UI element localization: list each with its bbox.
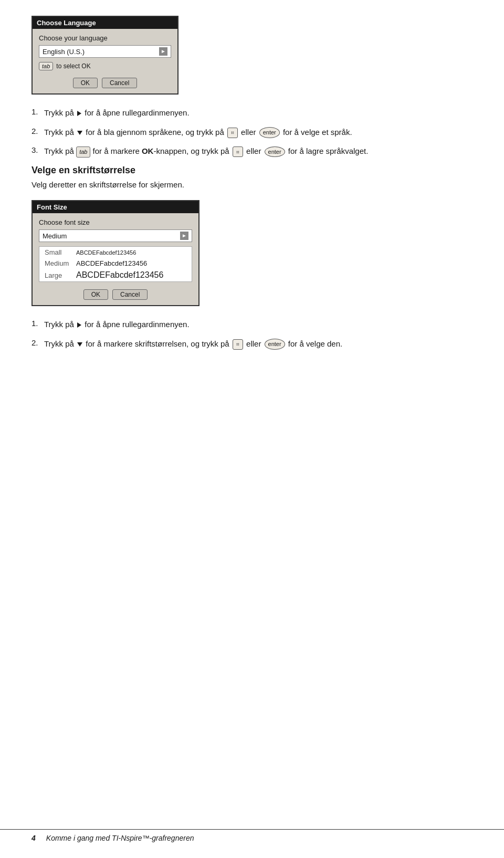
choose-language-dialog-wrapper: Choose Language Choose your language Eng…: [32, 16, 472, 95]
step-number: 1.: [32, 107, 42, 116]
language-step-1: 1. Trykk på for å åpne rullegardinmenyen…: [32, 107, 472, 119]
language-step-3: 3. Trykk på tab for å markere OK-knappen…: [32, 145, 472, 158]
language-step-2: 2. Trykk på for å bla gjennom språkene, …: [32, 127, 472, 139]
enter-key-icon: enter: [265, 147, 285, 158]
down-arrow-icon: [77, 131, 82, 135]
step-text: Trykk på for å bla gjennom språkene, og …: [44, 127, 472, 139]
select-key-icon: ⌗: [233, 339, 243, 350]
footer-page-number: 4: [32, 834, 36, 842]
tab-hint-text: to select OK: [56, 62, 90, 70]
step-text: Trykk på for å åpne rullegardinmenyen.: [44, 319, 472, 331]
enter-key-icon: enter: [265, 339, 285, 350]
right-arrow-icon: [77, 322, 81, 328]
font-list-item-large: Large ABCDEFabcdef123456: [39, 269, 192, 281]
font-label-medium: Medium: [45, 259, 72, 267]
down-arrow-icon: [77, 342, 82, 347]
step-text: Trykk på for å markere skriftstørrelsen,…: [44, 338, 472, 350]
font-size-dialog-title: Font Size: [33, 201, 198, 213]
dialog-title: Choose Language: [33, 17, 177, 29]
font-size-intro: Velg deretter en skriftstørrelse for skj…: [32, 179, 472, 191]
step-number: 2.: [32, 338, 42, 347]
font-size-list: Small ABCDEFabcdef123456 Medium ABCDEFab…: [39, 246, 192, 282]
font-size-steps: 1. Trykk på for å åpne rullegardinmenyen…: [32, 319, 472, 350]
ok-button[interactable]: OK: [73, 78, 98, 88]
page-footer: 4 Komme i gang med TI-Nspire™-grafregner…: [0, 829, 504, 842]
dialog-label: Choose your language: [39, 34, 171, 42]
font-label-small: Small: [45, 248, 72, 256]
font-size-label: Choose font size: [39, 218, 192, 226]
language-steps: 1. Trykk på for å åpne rullegardinmenyen…: [32, 107, 472, 158]
step-text: Trykk på tab for å markere OK-knappen, o…: [44, 145, 472, 158]
font-preview-medium: ABCDEFabcdef123456: [76, 259, 147, 267]
step-number: 3.: [32, 145, 42, 154]
select-key-icon: ⌗: [233, 147, 243, 157]
dialog-button-row: OK Cancel: [39, 76, 171, 88]
font-size-dialog-buttons: OK Cancel: [39, 287, 192, 300]
step-number: 2.: [32, 127, 42, 135]
cancel-button[interactable]: Cancel: [102, 78, 137, 88]
font-step-1: 1. Trykk på for å åpne rullegardinmenyen…: [32, 319, 472, 331]
dropdown-value: English (U.S.): [43, 48, 85, 56]
choose-language-dialog: Choose Language Choose your language Eng…: [32, 16, 178, 95]
font-preview-small: ABCDEFabcdef123456: [76, 249, 136, 256]
font-cancel-button[interactable]: Cancel: [112, 289, 148, 300]
tab-hint: tab to select OK: [39, 62, 171, 70]
font-label-large: Large: [45, 271, 72, 279]
step-text: Trykk på for å åpne rullegardinmenyen.: [44, 107, 472, 119]
font-size-dialog: Font Size Choose font size Medium ► Smal…: [32, 200, 200, 306]
step-number: 1.: [32, 319, 42, 328]
right-arrow-icon: [77, 111, 81, 116]
dropdown-arrow-icon[interactable]: ►: [180, 232, 188, 240]
tab-key-badge: tab: [39, 62, 53, 70]
dropdown-arrow-icon[interactable]: ►: [159, 47, 167, 56]
font-list-item-medium: Medium ABCDEFabcdef123456: [39, 258, 192, 269]
font-size-dialog-wrapper: Font Size Choose font size Medium ► Smal…: [32, 200, 472, 306]
font-step-2: 2. Trykk på for å markere skriftstørrels…: [32, 338, 472, 350]
font-preview-large: ABCDEFabcdef123456: [76, 270, 163, 280]
tab-key-icon: tab: [76, 147, 90, 158]
font-ok-button[interactable]: OK: [83, 289, 108, 300]
footer-title: Komme i gang med TI-Nspire™-grafregneren: [46, 834, 194, 842]
font-size-dropdown[interactable]: Medium ►: [39, 229, 192, 242]
font-list-item-small: Small ABCDEFabcdef123456: [39, 247, 192, 258]
enter-key-icon: enter: [259, 127, 280, 138]
select-key-icon: ⌗: [227, 128, 238, 138]
font-size-heading: Velge en skriftstørrelse: [32, 165, 472, 176]
language-dropdown[interactable]: English (U.S.) ►: [39, 45, 171, 58]
font-size-dropdown-value: Medium: [43, 232, 67, 240]
